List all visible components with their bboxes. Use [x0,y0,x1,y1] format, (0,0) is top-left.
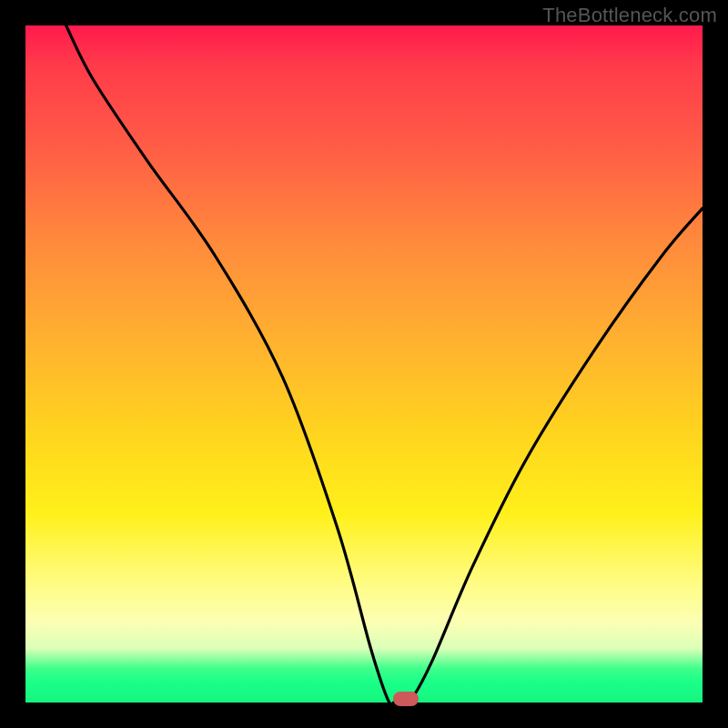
chart-frame: TheBottleneck.com [0,0,728,728]
curve-svg [25,25,703,703]
bottleneck-curve [66,25,703,704]
plot-area [25,25,703,703]
watermark-text: TheBottleneck.com [542,4,717,27]
optimal-point-marker [393,692,419,706]
